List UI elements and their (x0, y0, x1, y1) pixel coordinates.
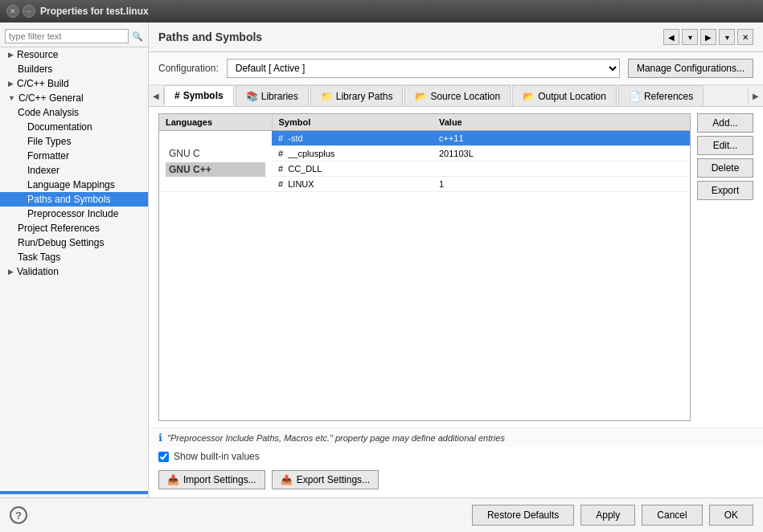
lang-gnu-cpp-item[interactable]: GNU C++ (166, 162, 265, 177)
nav-forward-dropdown[interactable]: ▾ (719, 29, 735, 45)
show-builtin-label: Show built-in values (174, 451, 260, 462)
content-area: 🔍 ▶ Resource Builders ▶ C/C++ Build ▼ C/… (0, 23, 763, 497)
delete-button[interactable]: Delete (697, 158, 753, 178)
help-icon[interactable]: ? (10, 506, 27, 524)
symbols-table-wrapper: Languages Symbol Value GNU C GNU C++ (158, 113, 691, 421)
sidebar-item-indexer[interactable]: Indexer (0, 163, 148, 178)
tab-source-location[interactable]: 📂 Source Location (404, 85, 511, 106)
sidebar-item-run-debug[interactable]: Run/Debug Settings (0, 235, 148, 250)
sidebar-label-indexer: Indexer (27, 165, 59, 176)
tab-symbols[interactable]: # Symbols (164, 85, 234, 106)
tab-scroll-left[interactable]: ◀ (149, 88, 164, 104)
action-buttons: Add... Edit... Delete Export (697, 113, 753, 421)
add-button[interactable]: Add... (697, 113, 753, 133)
lang-gnu-c-item[interactable]: GNU C (166, 146, 265, 161)
edit-button[interactable]: Edit... (697, 136, 753, 155)
minimize-button[interactable]: – (23, 5, 35, 18)
symbol-ccdll: # CC_DLL (272, 162, 433, 177)
apply-button[interactable]: Apply (580, 505, 635, 526)
tab-library-paths[interactable]: 📁 Library Paths (310, 85, 404, 106)
info-icon: ℹ (158, 432, 162, 444)
nav-back-button[interactable]: ◀ (663, 29, 679, 45)
import-export-row: 📥 Import Settings... 📤 Export Settings..… (149, 466, 763, 497)
sidebar-label-language-mappings: Language Mappings (27, 179, 115, 190)
import-icon: 📥 (167, 474, 179, 485)
page-title: Paths and Symbols (158, 31, 262, 43)
sidebar-label-code-analysis: Code Analysis (18, 107, 79, 118)
sidebar-item-language-mappings[interactable]: Language Mappings (0, 178, 148, 192)
sidebar-label-project-references: Project References (18, 223, 100, 234)
ok-button[interactable]: OK (709, 505, 753, 526)
nav-close-button[interactable]: ✕ (737, 29, 753, 45)
nav-back-dropdown[interactable]: ▾ (682, 29, 698, 45)
manage-configurations-button[interactable]: Manage Configurations... (628, 59, 753, 78)
filter-icon: 🔍 (132, 31, 143, 42)
sidebar: 🔍 ▶ Resource Builders ▶ C/C++ Build ▼ C/… (0, 23, 149, 497)
symbol-std: # -std (272, 131, 433, 146)
config-row: Configuration: Default [ Active ] Manage… (149, 52, 763, 85)
tab-library-paths-icon: 📁 (321, 91, 333, 102)
sidebar-label-run-debug: Run/Debug Settings (18, 237, 104, 248)
panel-header: Paths and Symbols ◀ ▾ ▶ ▾ ✕ (149, 23, 763, 52)
sidebar-item-code-analysis[interactable]: Code Analysis (0, 105, 148, 120)
sidebar-item-file-types[interactable]: File Types (0, 134, 148, 149)
tabs-list: # Symbols 📚 Libraries 📁 Library Paths 📂 … (164, 85, 748, 106)
nav-forward-button[interactable]: ▶ (700, 29, 716, 45)
sidebar-item-formatter[interactable]: Formatter (0, 149, 148, 163)
tab-symbols-icon: # (174, 90, 180, 101)
tab-source-location-icon: 📂 (415, 91, 427, 102)
sidebar-item-cpp-build[interactable]: ▶ C/C++ Build (0, 76, 148, 91)
tab-references[interactable]: 📄 References (618, 85, 704, 106)
export-settings-button[interactable]: 📤 Export Settings... (272, 470, 379, 489)
cancel-button[interactable]: Cancel (642, 505, 702, 526)
sidebar-accent-line (0, 491, 148, 494)
tab-scroll-right[interactable]: ▶ (748, 88, 763, 104)
filter-input[interactable] (5, 29, 129, 43)
expand-arrow-validation: ▶ (8, 268, 14, 276)
lang-gnu-c[interactable]: GNU C GNU C++ (159, 131, 272, 192)
config-label: Configuration: (158, 63, 219, 74)
sidebar-item-builders[interactable]: Builders (0, 62, 148, 76)
tab-source-location-label: Source Location (430, 91, 500, 102)
show-builtin-checkbox[interactable] (158, 452, 169, 462)
sidebar-item-resource[interactable]: ▶ Resource (0, 47, 148, 62)
export-button[interactable]: Export (697, 181, 753, 200)
sidebar-label-builders: Builders (18, 63, 52, 75)
checkbox-row: Show built-in values (149, 447, 763, 466)
table-row[interactable]: GNU C GNU C++ # -std c++11 (159, 131, 690, 146)
sidebar-item-paths-and-symbols[interactable]: Paths and Symbols (0, 192, 148, 207)
sidebar-item-task-tags[interactable]: Task Tags (0, 250, 148, 264)
close-button[interactable]: ✕ (6, 5, 19, 18)
sidebar-item-project-references[interactable]: Project References (0, 221, 148, 235)
tab-symbols-label: Symbols (183, 90, 224, 101)
sidebar-item-cpp-general[interactable]: ▼ C/C++ General (0, 91, 148, 105)
value-linux: 1 (433, 177, 690, 192)
tabs-container: ◀ # Symbols 📚 Libraries 📁 Library Paths (149, 85, 763, 107)
restore-defaults-button[interactable]: Restore Defaults (472, 505, 574, 526)
right-panel: Paths and Symbols ◀ ▾ ▶ ▾ ✕ Configuratio… (149, 23, 763, 497)
import-label: Import Settings... (183, 474, 256, 485)
sidebar-label-task-tags: Task Tags (18, 252, 60, 263)
sidebar-item-documentation[interactable]: Documentation (0, 120, 148, 134)
sidebar-label-preprocessor-include: Preprocessor Include (27, 208, 118, 219)
import-settings-button[interactable]: 📥 Import Settings... (158, 470, 265, 489)
sidebar-label-cpp-build: C/C++ Build (17, 78, 69, 89)
tab-references-label: References (644, 91, 693, 102)
sidebar-label-resource: Resource (17, 49, 58, 60)
col-value: Value (433, 114, 690, 131)
window-controls[interactable]: ✕ – (6, 5, 35, 18)
sidebar-label-file-types: File Types (27, 136, 71, 147)
config-select[interactable]: Default [ Active ] (227, 59, 620, 78)
tab-libraries[interactable]: 📚 Libraries (236, 85, 309, 106)
sidebar-label-validation: Validation (17, 266, 59, 277)
export-icon: 📤 (281, 474, 293, 485)
symbol-cplusplus: # __cplusplus (272, 146, 433, 162)
value-ccdll (433, 162, 690, 177)
sidebar-item-preprocessor-include[interactable]: Preprocessor Include (0, 207, 148, 221)
symbols-table: Languages Symbol Value GNU C GNU C++ (159, 114, 690, 192)
tab-output-location[interactable]: 📂 Output Location (512, 85, 617, 106)
col-symbol: Symbol (272, 114, 433, 131)
table-area: Languages Symbol Value GNU C GNU C++ (149, 107, 763, 428)
window-title: Properties for test.linux (40, 6, 149, 17)
sidebar-item-validation[interactable]: ▶ Validation (0, 264, 148, 279)
